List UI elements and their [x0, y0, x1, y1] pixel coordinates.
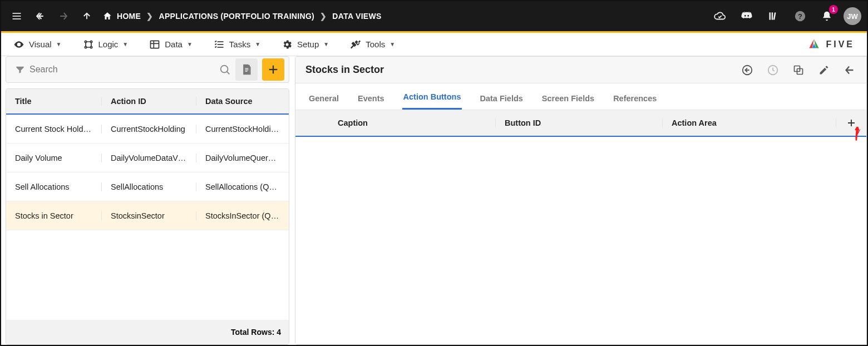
svg-point-22: [221, 66, 228, 73]
workspace: Title Action ID Data Source Current Stoc…: [1, 56, 867, 345]
menu-data[interactable]: Data▼: [149, 39, 193, 50]
grid-footer: Total Rows: 4: [6, 320, 289, 344]
svg-rect-5: [772, 12, 773, 19]
right-panel-actions: [741, 63, 856, 77]
menu-tasks[interactable]: Tasks▼: [214, 39, 260, 50]
svg-rect-26: [245, 70, 249, 70]
breadcrumb-dataviews[interactable]: DATA VIEWS: [332, 12, 381, 21]
tools-icon: [350, 39, 361, 50]
svg-point-10: [90, 41, 92, 42]
five-logo-icon: [807, 37, 821, 52]
right-panel-title: Stocks in Sector: [305, 64, 735, 76]
action-buttons-grid-body: [295, 137, 866, 344]
table-row[interactable]: Stocks in SectorStocksinSectorStocksInSe…: [6, 201, 289, 230]
discord-icon[interactable]: [737, 6, 757, 26]
breadcrumb: HOME ❯ APPLICATIONS (PORTFOLIO TRAINING)…: [102, 11, 382, 21]
up-arrow-icon[interactable]: [77, 6, 97, 26]
col-title[interactable]: Title: [6, 97, 102, 106]
svg-point-12: [90, 46, 92, 48]
col-data-source[interactable]: Data Source: [196, 97, 289, 106]
cell-action-id: SellAllocations: [102, 182, 196, 191]
breadcrumb-home[interactable]: HOME: [102, 11, 141, 21]
search-toolbar: [6, 56, 289, 83]
tasks-icon: [214, 39, 225, 50]
cell-action-id: StocksinSector: [102, 211, 196, 220]
cell-title: Stocks in Sector: [6, 211, 102, 220]
topbar-right-icons: ? 1 JW: [710, 6, 861, 26]
home-label: HOME: [117, 12, 141, 21]
tab-references[interactable]: References: [612, 87, 658, 110]
cell-action-id: DailyVolumeDataView: [102, 154, 196, 162]
add-button[interactable]: [262, 58, 284, 81]
filter-icon[interactable]: [15, 65, 25, 75]
table-row[interactable]: Current Stock HoldingCurrentStockHolding…: [6, 115, 289, 144]
left-panel: Title Action ID Data Source Current Stoc…: [1, 56, 289, 345]
right-panel: Stocks in Sector GeneralEventsA: [295, 56, 867, 345]
help-icon[interactable]: ?: [790, 6, 810, 26]
svg-line-23: [227, 72, 230, 75]
svg-rect-4: [770, 12, 771, 19]
menu-logic[interactable]: Logic▼: [83, 39, 129, 50]
library-icon[interactable]: [763, 6, 783, 26]
cell-data-source: SellAllocations (Que…: [196, 182, 289, 191]
menubar: Visual▼ Logic▼ Data▼ Tasks▼ Setup▼ Tools…: [1, 33, 867, 56]
hamburger-icon[interactable]: [7, 6, 27, 26]
add-action-button[interactable]: [836, 118, 866, 128]
cell-action-id: CurrentStockHolding: [102, 125, 196, 134]
history-icon[interactable]: [766, 63, 780, 77]
svg-rect-25: [245, 68, 249, 69]
notifications-icon[interactable]: 1: [817, 6, 837, 26]
total-rows-label: Total Rows: 4: [231, 328, 281, 337]
edit-icon[interactable]: [817, 63, 831, 77]
svg-point-9: [85, 41, 86, 42]
back-arrow-icon[interactable]: [30, 6, 50, 26]
svg-point-11: [85, 46, 86, 48]
tab-screen-fields[interactable]: Screen Fields: [541, 87, 595, 110]
cell-title: Current Stock Holding: [6, 125, 102, 134]
cell-title: Sell Allocations: [6, 182, 102, 191]
forward-arrow-icon: [53, 6, 73, 26]
grid-body: Current Stock HoldingCurrentStockHolding…: [6, 115, 289, 320]
cell-data-source: DailyVolumeQuery (…: [196, 154, 289, 162]
svg-rect-27: [245, 71, 248, 72]
document-button[interactable]: [235, 58, 258, 81]
col-action-area[interactable]: Action Area: [663, 118, 836, 127]
home-icon: [102, 11, 112, 21]
tab-data-fields[interactable]: Data Fields: [479, 87, 524, 110]
cloud-check-icon[interactable]: [710, 6, 730, 26]
topbar: HOME ❯ APPLICATIONS (PORTFOLIO TRAINING)…: [1, 1, 867, 31]
tabs: GeneralEventsAction ButtonsData FieldsSc…: [295, 83, 866, 110]
chevron-right-icon: ❯: [146, 12, 153, 21]
search-icon[interactable]: [219, 63, 231, 76]
menu-visual[interactable]: Visual▼: [13, 39, 62, 50]
action-buttons-grid-header: Caption Button ID Action Area: [295, 110, 866, 137]
cell-title: Daily Volume: [6, 154, 102, 162]
menu-tools[interactable]: Tools▼: [350, 39, 395, 50]
data-views-grid: Title Action ID Data Source Current Stoc…: [6, 88, 289, 345]
tab-events[interactable]: Events: [357, 87, 386, 110]
svg-rect-6: [773, 12, 776, 20]
copy-icon[interactable]: [792, 63, 805, 77]
cell-data-source: StocksInSector (Que…: [196, 211, 289, 220]
menu-setup[interactable]: Setup▼: [282, 39, 329, 50]
col-button-id[interactable]: Button ID: [496, 118, 663, 127]
tab-general[interactable]: General: [308, 87, 340, 110]
undo-circle-icon[interactable]: [741, 63, 754, 77]
tab-action-buttons[interactable]: Action Buttons: [402, 86, 462, 110]
brand-logo: FIVE: [807, 37, 855, 52]
svg-text:?: ?: [798, 12, 802, 21]
breadcrumb-applications[interactable]: APPLICATIONS (PORTFOLIO TRAINING): [159, 12, 315, 21]
gear-icon: [282, 39, 293, 50]
table-row[interactable]: Sell AllocationsSellAllocationsSellAlloc…: [6, 172, 289, 201]
col-action-id[interactable]: Action ID: [102, 97, 196, 106]
search-input[interactable]: [29, 65, 214, 75]
table-row[interactable]: Daily VolumeDailyVolumeDataViewDailyVolu…: [6, 144, 289, 172]
eye-icon: [13, 39, 24, 50]
back-icon[interactable]: [843, 63, 856, 77]
avatar[interactable]: JW: [844, 7, 861, 25]
notification-badge: 1: [829, 5, 838, 14]
grid-header: Title Action ID Data Source: [6, 89, 289, 115]
col-caption[interactable]: Caption: [329, 118, 496, 127]
right-panel-header: Stocks in Sector: [295, 57, 866, 83]
logic-icon: [83, 39, 94, 50]
